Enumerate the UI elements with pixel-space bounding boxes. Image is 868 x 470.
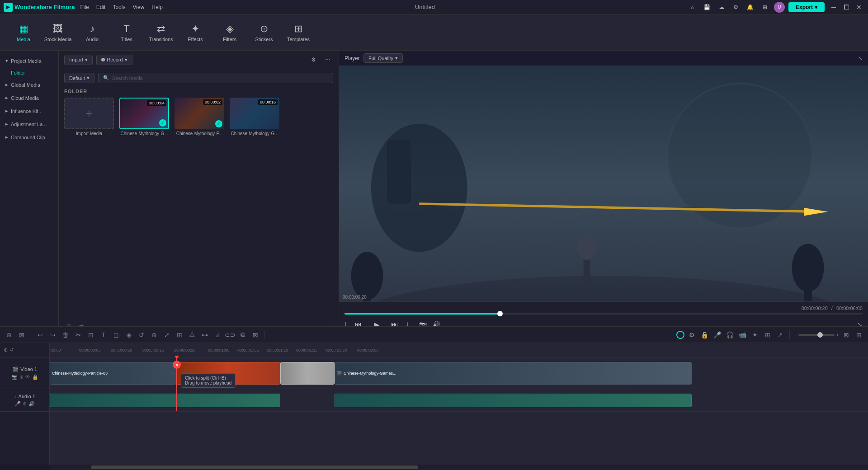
lock-icon[interactable]: 🔒 [699,329,710,340]
progress-handle[interactable] [497,311,503,316]
video-icon2[interactable]: 📹 [737,329,748,340]
sidebar-item-cloud-media[interactable]: ▸ Cloud Media [0,91,58,104]
home-icon[interactable]: ⌂ [687,2,698,13]
video-track-add[interactable]: ⊕ [19,374,24,380]
notification-icon[interactable]: 🔔 [745,2,756,13]
video-track-lock2[interactable]: 🔒 [32,374,38,380]
minimize-button[interactable]: ─ [828,2,839,13]
media-thumb-3[interactable]: 00:00:16 [230,98,279,129]
cloud-icon[interactable]: ☁ [716,2,727,13]
player-expand-icon[interactable]: ⤡ [858,55,863,61]
media-thumb-1[interactable]: 00:00:04 ✓ [119,98,169,129]
adjust-button[interactable]: ⧊ [187,329,198,340]
cut-button[interactable]: ✂ [73,329,84,340]
apps-icon[interactable]: ⊞ [760,2,770,13]
import-button[interactable]: Import ▾ [64,55,93,65]
video-track-camera[interactable]: 📷 [11,374,18,380]
position-button[interactable]: ⊕ [149,329,160,340]
default-button[interactable]: Default ▾ [64,73,94,83]
filter-icon[interactable]: ⚙ [308,54,319,65]
timeline-scrollbar[interactable] [50,465,868,470]
text-button[interactable]: T [98,329,109,340]
list-item[interactable]: 00:00:04 ✓ Chinese-Mythology-G... [119,98,169,136]
toolbar-filters[interactable]: ◈ Filters [213,18,246,47]
screen-rec-icon[interactable]: ⊞ [762,329,773,340]
zoom-plus[interactable]: + [836,332,839,338]
toolbar-effects[interactable]: ✦ Effects [179,18,212,47]
export-button[interactable]: Export ▾ [788,2,825,12]
save-icon[interactable]: 💾 [702,2,712,13]
list-item[interactable]: + Import Media [64,98,114,136]
mic-icon[interactable]: 🎤 [712,329,722,340]
headphone-icon[interactable]: 🎧 [724,329,735,340]
menu-help[interactable]: Help [151,4,163,10]
delete-button[interactable]: 🗑 [60,329,71,340]
fit-timeline-icon[interactable]: ⊠ [841,329,852,340]
split-marker[interactable]: ✕ [173,361,181,369]
toolbar-stickers[interactable]: ⊙ Stickers [248,18,280,47]
group-button[interactable]: ⧉ [237,329,248,340]
list-item[interactable]: 00:00:02 ✓ Chinese-Mythology-P... [175,98,224,136]
toolbar-transitions[interactable]: ⇄ Transitions [145,18,177,47]
motion-button[interactable]: ⊿ [212,329,223,340]
zoom-minus[interactable]: − [793,332,796,338]
rotate-button[interactable]: ↺ [136,329,147,340]
playhead[interactable]: ✕ Click to split (Ctrl+B) Drag to move p… [176,357,177,389]
sidebar-item-folder[interactable]: Folder [0,67,58,78]
add-track-row[interactable]: ⊕ ↺ [0,343,49,357]
redo-button[interactable]: ↪ [47,329,58,340]
close-button[interactable]: ✕ [854,2,864,13]
media-thumb-2[interactable]: 00:00:02 ✓ [175,98,224,129]
audio-track-add[interactable]: ⊕ [23,401,27,407]
toolbar-stock-media[interactable]: 🖼 Stock Media [42,18,74,47]
zoom-handle[interactable] [817,332,823,338]
toolbar-titles[interactable]: T Titles [110,18,143,47]
search-input-container[interactable]: 🔍 Search media [98,73,333,83]
audio-track-mic[interactable]: 🎤 [14,401,21,407]
record-circle[interactable] [676,331,684,339]
video-track-eye[interactable]: 👁 [25,374,30,380]
sidebar-item-project-media[interactable]: ▾ Project Media [0,54,58,67]
more-options-icon[interactable]: ⋯ [322,54,333,65]
export2-icon[interactable]: ↗ [775,329,786,340]
list-item[interactable]: 00:00:16 Chinese-Mythology-G... [230,98,279,136]
sidebar-item-influence-kit[interactable]: ▸ Influence Kit . [0,104,58,118]
audio-button[interactable]: ⊶ [199,329,210,340]
sidebar-item-global-media[interactable]: ▸ Global Media [0,78,58,91]
magnetic-icon[interactable]: ⊠ [16,329,27,340]
split-button[interactable]: ⊂⊃ [225,329,236,340]
toolbar-media[interactable]: ▦ Media [7,18,40,47]
toolbar-templates[interactable]: ⊞ Templates [282,18,315,47]
player-progress-bar[interactable] [344,313,863,315]
maximize-button[interactable]: ⧠ [841,2,852,13]
toolbar-audio[interactable]: ♪ Audio [76,18,108,47]
sidebar-item-compound-clip[interactable]: ▸ Compound Clip [0,131,58,144]
settings2-icon[interactable]: ⚙ [686,329,697,340]
scrollbar-thumb[interactable] [91,465,418,469]
record-button[interactable]: Record ▾ [96,55,132,65]
menu-file[interactable]: File [80,4,89,10]
menu-view[interactable]: View [132,4,144,10]
video-clip-1[interactable]: Chinese-Mythology-Particle-03 [50,362,176,385]
zoom-slider[interactable] [798,334,835,336]
zoom-fit-button[interactable]: ⊞ [174,329,185,340]
import-media-thumb[interactable]: + [64,98,114,129]
quality-button[interactable]: Full Quality ▾ [363,53,403,63]
add-track-button[interactable]: ⊕ [4,329,14,340]
sidebar-item-adjustment[interactable]: ▸ Adjustment La... [0,118,58,131]
audio-track-vol[interactable]: 🔊 [28,401,35,407]
settings-icon[interactable]: ⚙ [731,2,741,13]
menu-edit[interactable]: Edit [96,4,106,10]
user-avatar[interactable]: U [774,2,785,13]
ai-icon[interactable]: ✦ [750,329,760,340]
crop-button[interactable]: ⊡ [85,329,96,340]
color-button[interactable]: ◈ [123,329,134,340]
fit-button[interactable]: ⤢ [161,329,172,340]
ungroup-button[interactable]: ⊠ [250,329,261,340]
crop2-button[interactable]: ◻ [111,329,122,340]
undo-button[interactable]: ↩ [35,329,46,340]
grid-view-icon[interactable]: ⊞ [854,329,864,340]
video-clip-3[interactable] [280,362,335,385]
menu-tools[interactable]: Tools [113,4,125,10]
audio-clip-1[interactable] [50,394,280,407]
